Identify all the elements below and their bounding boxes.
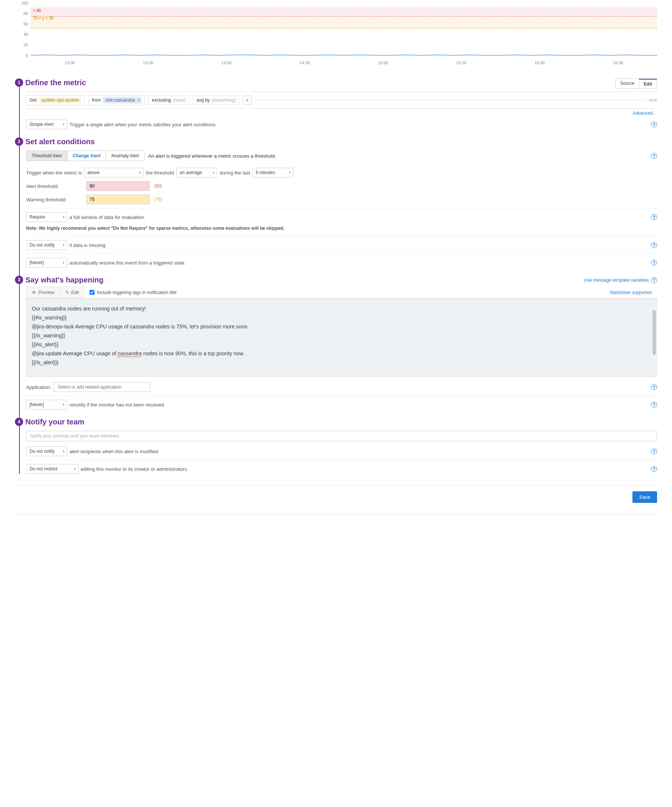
chart-y-axis: 0 20 40 60 80 100 [15, 7, 30, 60]
msg-line: {{#is_alert}} [32, 342, 652, 347]
anomaly-alert-tab[interactable]: Anomaly Alert [106, 151, 144, 161]
x-tick: 15:00 [344, 61, 422, 66]
remove-scope-icon[interactable]: × [138, 98, 140, 102]
preview-tab[interactable]: 👁 Preview [26, 287, 60, 298]
get-label: Get [30, 98, 36, 103]
x-tick: 15:30 [422, 61, 501, 66]
alert-threshold-paren: (90) [154, 183, 162, 189]
nodata-select[interactable]: Do not notify [26, 240, 67, 250]
help-icon[interactable]: ? [651, 121, 657, 128]
condition-select[interactable]: above [84, 168, 144, 178]
save-button[interactable]: Save [632, 491, 657, 503]
help-icon[interactable]: ? [651, 448, 657, 454]
code-icon[interactable]: </> [649, 98, 657, 103]
edit-tab[interactable]: Edit [639, 79, 657, 88]
help-icon[interactable]: ? [651, 153, 657, 159]
query-avgby-segment[interactable]: avg by (everything) [193, 96, 239, 105]
require-desc: a full window of data for evaluation. [70, 214, 145, 220]
step4-title: Notify your team [25, 418, 657, 426]
markdown-supported-link[interactable]: Markdown supported [605, 287, 657, 298]
application-select[interactable] [53, 382, 151, 392]
notify-on-modify-select[interactable]: Do not notify [26, 447, 67, 456]
application-label: Application: [26, 384, 51, 390]
renotify-desc: renotify if the monitor has not been res… [70, 402, 166, 408]
query-from-segment[interactable]: from role:cassandra × [88, 95, 145, 105]
divider [15, 514, 657, 515]
help-icon[interactable]: ? [651, 466, 657, 472]
y-tick: 20 [23, 43, 28, 47]
include-tags-checkbox-input[interactable] [89, 290, 94, 295]
threshold-alert-tab[interactable]: Threshold Alert [26, 151, 68, 161]
x-tick: 16:30 [579, 61, 657, 66]
alert-threshold-input[interactable] [86, 181, 150, 191]
autoresolve-desc: automatically resolve this event from a … [70, 260, 185, 266]
step-number-2: 2 [15, 138, 23, 146]
from-label: from [92, 98, 101, 103]
autoresolve-select[interactable]: [Never] [26, 258, 67, 267]
step-number-1: 1 [15, 78, 23, 87]
scope-chip[interactable]: role:cassandra × [103, 97, 141, 103]
nodata-desc: if data is missing. [70, 242, 107, 248]
alert-threshold-label: Alert threshold: [26, 183, 84, 189]
template-vars-link[interactable]: Use message template variables [584, 277, 649, 283]
step-alert-conditions: 2 Set alert conditions Threshold Alert C… [25, 138, 657, 267]
query-excluding-segment[interactable]: excluding (none) [149, 96, 189, 105]
x-tick: 14:00 [187, 61, 266, 66]
msg-line: @jira-devops-task Average CPU usage of c… [32, 324, 652, 330]
query-get-segment[interactable]: Get system.cpu.system [26, 95, 85, 105]
edit-tab[interactable]: ✎ Edit [60, 287, 85, 298]
source-tab[interactable]: Source [616, 79, 639, 88]
help-icon[interactable]: ? [651, 384, 657, 390]
x-tick: 14:30 [265, 61, 344, 66]
help-icon[interactable]: ? [651, 277, 657, 283]
notify-on-modify-desc: alert recipients when this alert is modi… [70, 449, 158, 454]
window-select[interactable]: 5 minutes [252, 168, 293, 178]
scrollbar-thumb[interactable] [652, 310, 656, 355]
notify-team-input[interactable] [26, 431, 657, 441]
eye-icon: 👁 [32, 290, 36, 295]
help-icon[interactable]: ? [651, 242, 657, 248]
trigger-prefix: Trigger when the metric is [26, 170, 82, 176]
y-tick: 0 [26, 53, 28, 58]
metric-query-row: Get system.cpu.system from role:cassandr… [26, 91, 657, 109]
threshold-word: the threshold [146, 170, 174, 176]
avgby-label: avg by [196, 98, 209, 103]
include-tags-checkbox[interactable]: Include triggering tags in notification … [84, 287, 181, 298]
msg-line: {{#is_warning}} [32, 315, 652, 320]
alert-mode-select[interactable]: Simple Alert [26, 120, 67, 129]
step-number-3: 3 [15, 276, 23, 284]
avgby-value: (everything) [212, 98, 235, 103]
message-editor[interactable]: Our cassandra nodes are running out of m… [26, 299, 657, 377]
y-tick: 80 [23, 11, 28, 16]
query-dashed-line [255, 100, 645, 101]
warning-threshold-label: Warning threshold: [26, 197, 84, 203]
chart-line-series [31, 7, 657, 60]
include-tags-label: Include triggering tags in notification … [97, 290, 176, 295]
step3-title: Say what's happening [25, 276, 103, 284]
require-window-select[interactable]: Require [26, 212, 67, 222]
during-label: during the last [220, 170, 250, 176]
step-define-metric: 1 Define the metric Source Edit Get syst… [25, 78, 657, 129]
add-query-button[interactable]: + [243, 96, 252, 105]
help-icon[interactable]: ? [651, 402, 657, 408]
metric-chip[interactable]: system.cpu.system [39, 97, 81, 103]
step-say-whats-happening: 3 Say what's happening Use message templ… [25, 276, 657, 410]
preview-label: Preview [38, 290, 55, 295]
aggregate-select[interactable]: on average [176, 168, 217, 178]
msg-line: @jira-update Average CPU usage of cassan… [32, 350, 652, 357]
excluding-label: excluding [152, 98, 171, 103]
warning-threshold-input[interactable] [86, 195, 150, 204]
help-icon[interactable]: ? [651, 214, 657, 220]
alert-type-desc: An alert is triggered whenever a metric … [148, 153, 276, 159]
x-tick: 13:30 [109, 61, 187, 66]
help-icon[interactable]: ? [651, 260, 657, 266]
msg-line: {{/is_alert}}| [32, 359, 652, 365]
advanced-link[interactable]: Advanced… [633, 111, 657, 116]
renotify-select[interactable]: [Never] [26, 400, 67, 410]
msg-line: Our cassandra nodes are running out of m… [32, 306, 652, 312]
restrict-edit-select[interactable]: Do not restrict [26, 464, 78, 474]
msg-line: {{/is_warning}} [32, 332, 652, 339]
x-tick: 16:00 [501, 61, 579, 66]
x-tick: 13:00 [31, 61, 109, 66]
change-alert-tab[interactable]: Change Alert [68, 151, 106, 161]
